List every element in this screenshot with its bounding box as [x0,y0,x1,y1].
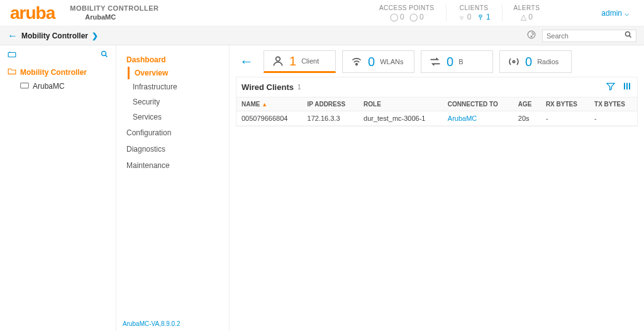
cell-name: 005079666804 [236,111,303,126]
folder-icon [8,67,16,77]
tabs-back-arrow-icon[interactable]: ← [236,53,257,70]
svg-point-5 [102,52,106,56]
search-icon [625,31,632,40]
tab-client[interactable]: 1 Client [264,50,336,73]
radio-icon [508,55,520,68]
breadcrumb-title: Mobility Controller [21,31,88,40]
back-arrow-icon[interactable]: ← [8,30,18,42]
panel-count: 1 [297,84,301,91]
tree-item-mobility-controller[interactable]: Mobility Controller [0,65,116,79]
cell-tx: - [589,111,637,126]
ap-up-icon: ◯ 0 [390,13,404,21]
tab-wlans[interactable]: 0 WLANs [342,50,414,73]
col-connected[interactable]: CONNECTED TO [443,98,513,111]
status-access-points: ACCESS POINTS ◯ 0 ◯ 0 [368,4,446,21]
user-menu[interactable]: admin ⌵ [601,9,629,18]
col-tx[interactable]: TX BYTES [589,98,637,111]
chevron-right-icon: ❯ [92,31,98,40]
nav-configuration[interactable]: Configuration [121,125,229,141]
svg-point-0 [461,19,462,20]
nav-overview[interactable]: Overview [128,67,229,79]
brand-logo: aruba [0,3,65,23]
header-title: MOBILITY CONTROLLER ArubaMC [70,4,158,21]
wlan-icon [350,55,363,68]
svg-point-3 [626,32,630,36]
col-rx[interactable]: RX BYTES [541,98,589,111]
nav-diagnostics[interactable]: Diagnostics [121,141,229,157]
tree-search-icon[interactable] [101,50,108,61]
device-icon [20,82,29,91]
version-label: ArubaMC-VA,8.9.0.2 [123,320,180,327]
traffic-icon [429,55,441,68]
nav-infrastructure[interactable]: Infrastructure [121,79,229,94]
clients-table: NAME ▲ IP ADDRESS ROLE CONNECTED TO AGE … [236,98,637,126]
cell-age: 20s [513,111,541,126]
status-alerts: ALERTS △ 0 [502,4,552,21]
svg-point-9 [513,60,514,62]
alert-icon: △ 0 [521,13,533,21]
tree-root-icon[interactable] [8,50,16,61]
svg-rect-4 [8,53,16,57]
ap-down-icon: ◯ 0 [409,13,424,21]
cell-rx: - [541,111,589,126]
col-role[interactable]: ROLE [358,98,443,111]
person-icon [272,55,284,67]
filter-icon[interactable] [606,81,616,93]
columns-icon[interactable] [622,81,632,93]
nav-maintenance[interactable]: Maintenance [121,157,229,174]
svg-point-7 [276,57,280,61]
table-row[interactable]: 005079666804 172.16.3.3 dur_test_mc-3006… [236,111,637,126]
wired-icon: 1 [477,13,491,21]
chevron-down-icon: ⌵ [625,9,629,18]
tab-radios[interactable]: 0 Radios [499,50,572,73]
cell-connected[interactable]: ArubaMC [443,111,513,126]
nav-dashboard[interactable]: Dashboard [121,53,229,67]
tree-item-arubamc[interactable]: ArubaMC [0,79,116,93]
col-age[interactable]: AGE [513,98,541,111]
svg-rect-6 [21,83,29,88]
nav-services[interactable]: Services [121,109,229,125]
svg-rect-2 [531,36,531,36]
svg-point-8 [356,64,358,65]
col-name[interactable]: NAME ▲ [236,98,303,111]
cell-ip: 172.16.3.3 [303,111,359,126]
search-input[interactable] [542,30,636,42]
cell-role: dur_test_mc-3006-1 [358,111,443,126]
col-ip[interactable]: IP ADDRESS [303,98,359,111]
tab-bytes[interactable]: 0 B [421,50,493,73]
header-title-line1: MOBILITY CONTROLLER [70,4,158,13]
nav-security[interactable]: Security [121,94,229,109]
wifi-icon: 0 [458,13,472,21]
help-icon[interactable] [527,30,536,41]
header-title-line2: ArubaMC [85,13,158,21]
sort-asc-icon: ▲ [262,101,267,108]
status-clients: CLIENTS 0 1 [446,4,502,21]
panel-title: Wired Clients [242,82,294,92]
